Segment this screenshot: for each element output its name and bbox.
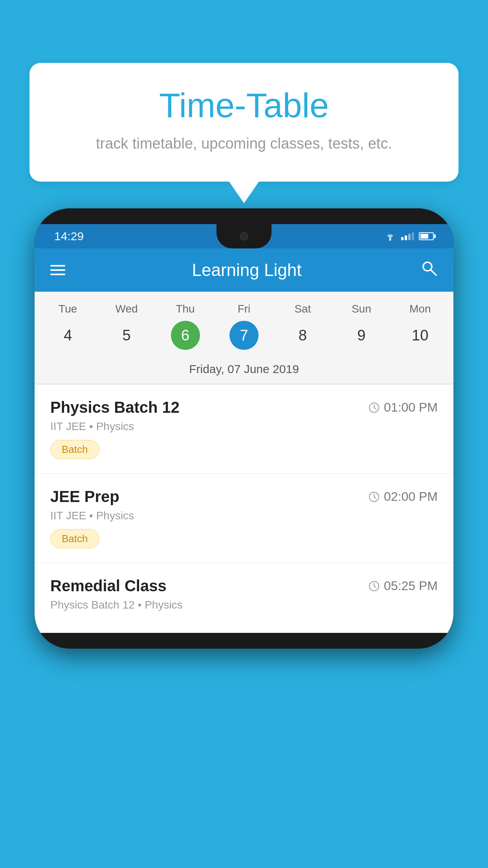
phone-bottom-bezel [35, 633, 453, 649]
svg-point-0 [389, 239, 391, 241]
days-row: Tue 4 Wed 5 Thu 6 Fri 7 Sat 8 [39, 303, 449, 350]
day-name-thu: Thu [176, 303, 194, 315]
day-col-mon[interactable]: Mon 10 [394, 303, 446, 350]
schedule-time-text-2: 02:00 PM [384, 489, 438, 504]
day-num-thu[interactable]: 6 [171, 321, 200, 350]
day-name-sat: Sat [294, 303, 311, 315]
svg-line-8 [374, 497, 376, 498]
schedule-meta-2: IIT JEE • Physics [50, 509, 438, 522]
clock-icon-2 [368, 491, 380, 503]
speech-bubble-subtitle: track timetable, upcoming classes, tests… [61, 133, 427, 154]
phone-wrapper: 14:29 [35, 208, 453, 649]
camera [240, 232, 248, 241]
schedule-item-2[interactable]: JEE Prep 02:00 PM IIT JEE • Physics Batc… [35, 474, 453, 563]
day-num-mon[interactable]: 10 [405, 321, 435, 350]
day-name-wed: Wed [116, 303, 138, 315]
day-name-tue: Tue [59, 303, 77, 315]
day-name-mon: Mon [409, 303, 431, 315]
signal-icon [401, 232, 414, 240]
day-col-fri[interactable]: Fri 7 [218, 303, 270, 350]
speech-bubble: Time-Table track timetable, upcoming cla… [29, 63, 459, 182]
schedule-time-1: 01:00 PM [368, 400, 438, 415]
app-title: Learning Light [85, 260, 409, 280]
selected-date-label: Friday, 07 June 2019 [39, 355, 449, 384]
phone-frame: 14:29 [35, 208, 453, 649]
schedule-title-3: Remedial Class [50, 577, 167, 595]
batch-tag-1: Batch [50, 440, 99, 459]
schedule-item-1-header: Physics Batch 12 01:00 PM [50, 399, 438, 416]
phone-top-bezel [35, 208, 453, 224]
schedule-item-3-header: Remedial Class 05:25 PM [50, 577, 438, 595]
schedule-title-2: JEE Prep [50, 488, 119, 506]
day-col-wed[interactable]: Wed 5 [101, 303, 152, 350]
svg-line-2 [431, 270, 436, 275]
hamburger-menu-button[interactable] [50, 265, 65, 275]
schedule-title-1: Physics Batch 12 [50, 399, 180, 416]
day-col-sat[interactable]: Sat 8 [277, 303, 328, 350]
schedule-time-3: 05:25 PM [368, 579, 438, 593]
search-button[interactable] [420, 259, 438, 281]
schedule-meta-3: Physics Batch 12 • Physics [50, 599, 438, 611]
schedule-time-text-1: 01:00 PM [384, 400, 438, 415]
schedule-item-3[interactable]: Remedial Class 05:25 PM Physics Batch 12… [35, 563, 453, 633]
notch [216, 224, 272, 248]
day-name-fri: Fri [238, 303, 251, 315]
status-bar: 14:29 [35, 224, 453, 248]
schedule-time-2: 02:00 PM [368, 489, 438, 504]
day-name-sun: Sun [352, 303, 371, 315]
calendar-strip: Tue 4 Wed 5 Thu 6 Fri 7 Sat 8 [35, 292, 453, 384]
schedule-item-2-header: JEE Prep 02:00 PM [50, 488, 438, 506]
schedule-item-1[interactable]: Physics Batch 12 01:00 PM IIT JEE • Phys… [35, 384, 453, 474]
clock-icon-1 [368, 402, 380, 414]
svg-line-11 [374, 586, 376, 587]
wifi-icon [384, 232, 396, 241]
schedule-meta-1: IIT JEE • Physics [50, 420, 438, 433]
speech-bubble-container: Time-Table track timetable, upcoming cla… [29, 63, 459, 182]
day-num-sat[interactable]: 8 [288, 321, 317, 350]
day-num-sun[interactable]: 9 [347, 321, 376, 350]
app-bar: Learning Light [35, 248, 453, 292]
day-col-sun[interactable]: Sun 9 [336, 303, 387, 350]
status-icons [384, 232, 434, 241]
day-col-thu[interactable]: Thu 6 [160, 303, 211, 350]
day-num-tue[interactable]: 4 [53, 321, 83, 350]
speech-bubble-title: Time-Table [61, 86, 427, 125]
day-col-tue[interactable]: Tue 4 [42, 303, 94, 350]
status-time: 14:29 [54, 230, 84, 243]
battery-icon [419, 232, 434, 240]
day-num-fri[interactable]: 7 [229, 321, 259, 350]
schedule-list: Physics Batch 12 01:00 PM IIT JEE • Phys… [35, 384, 453, 633]
clock-icon-3 [368, 580, 380, 592]
schedule-time-text-3: 05:25 PM [384, 579, 438, 593]
svg-line-5 [374, 408, 376, 409]
day-num-wed[interactable]: 5 [112, 321, 141, 350]
batch-tag-2: Batch [50, 529, 99, 548]
